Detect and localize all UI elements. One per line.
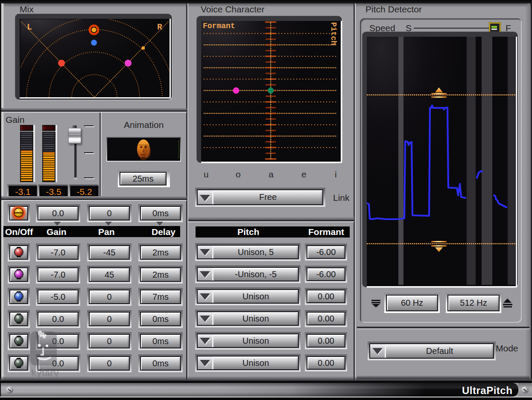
svg-text:Pitch: Pitch: [329, 22, 338, 45]
svg-text:L: L: [27, 22, 32, 32]
svg-text:Formant: Formant: [203, 22, 235, 30]
svg-text:R: R: [157, 22, 162, 32]
